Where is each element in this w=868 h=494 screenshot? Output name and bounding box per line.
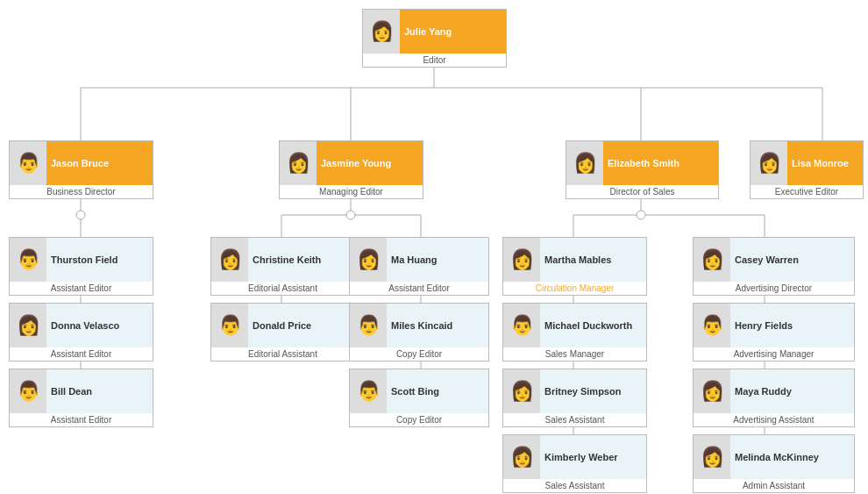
node-ma-huang[interactable]: 👩 Ma Huang Assistant Editor (349, 237, 489, 296)
node-casey-warren[interactable]: 👩 Casey Warren Advertising Director (693, 237, 855, 296)
name-thurston-field: Thurston Field (46, 238, 153, 282)
node-kimberly-weber[interactable]: 👩 Kimberly Weber Sales Assistant (502, 434, 647, 493)
role-kimberly-weber: Sales Assistant (503, 479, 646, 492)
avatar-ma-huang: 👩 (350, 238, 387, 282)
svg-point-30 (637, 211, 645, 219)
name-casey-warren: Casey Warren (730, 238, 854, 282)
role-britney-simpson: Sales Assistant (503, 413, 646, 426)
node-henry-fields[interactable]: 👨 Henry Fields Advertising Manager (693, 303, 855, 362)
node-britney-simpson[interactable]: 👩 Britney Simpson Sales Assistant (502, 369, 647, 427)
node-melinda-mckinney[interactable]: 👩 Melinda McKinney Admin Assistant (693, 434, 855, 493)
name-kimberly-weber: Kimberly Weber (540, 435, 646, 479)
avatar-martha-mables: 👩 (503, 238, 540, 282)
name-martha-mables: Martha Mables (540, 238, 646, 282)
role-donald-price: Editorial Assistant (211, 347, 354, 361)
avatar-miles-kincaid: 👨 (350, 304, 387, 347)
name-julie-yang: Julie Yang (400, 10, 506, 54)
role-jason-bruce: Business Director (10, 185, 153, 198)
node-jason-bruce[interactable]: 👨 Jason Bruce Business Director (9, 140, 153, 199)
avatar-thurston-field: 👨 (10, 238, 46, 282)
avatar-casey-warren: 👩 (694, 238, 730, 282)
avatar-bill-dean: 👨 (10, 369, 46, 413)
role-christine-keith: Editorial Assistant (211, 282, 354, 295)
avatar-henry-fields: 👨 (694, 304, 730, 347)
node-donald-price[interactable]: 👨 Donald Price Editorial Assistant (210, 303, 355, 362)
node-michael-duckworth[interactable]: 👨 Michael Duckworth Sales Manager (502, 303, 647, 362)
avatar-lisa-monroe: 👩 (751, 141, 787, 185)
node-christine-keith[interactable]: 👩 Christine Keith Editorial Assistant (210, 237, 355, 296)
name-henry-fields: Henry Fields (730, 304, 854, 347)
name-jason-bruce: Jason Bruce (46, 141, 153, 185)
avatar-maya-ruddy: 👩 (694, 369, 730, 413)
role-martha-mables: Circulation Manager (503, 282, 646, 295)
role-michael-duckworth: Sales Manager (503, 347, 646, 361)
role-thurston-field: Assistant Editor (10, 282, 153, 295)
node-elizabeth-smith[interactable]: 👩 Elizabeth Smith Director of Sales (566, 140, 719, 199)
avatar-scott-bing: 👨 (350, 369, 387, 413)
node-donna-velasco[interactable]: 👩 Donna Velasco Assistant Editor (9, 303, 153, 362)
node-martha-mables[interactable]: 👩 Martha Mables Circulation Manager (502, 237, 647, 296)
node-scott-bing[interactable]: 👨 Scott Bing Copy Editor (349, 369, 489, 427)
role-jasmine-young: Managing Editor (280, 185, 423, 198)
role-henry-fields: Advertising Manager (694, 347, 854, 361)
node-miles-kincaid[interactable]: 👨 Miles Kincaid Copy Editor (349, 303, 489, 362)
avatar-jasmine-young: 👩 (280, 141, 317, 185)
avatar-britney-simpson: 👩 (503, 369, 540, 413)
role-elizabeth-smith: Director of Sales (566, 185, 718, 198)
role-julie-yang: Editor (363, 54, 506, 67)
name-jasmine-young: Jasmine Young (317, 141, 423, 185)
role-lisa-monroe: Executive Editor (751, 185, 863, 198)
role-melinda-mckinney: Admin Assistant (694, 479, 854, 492)
avatar-donna-velasco: 👩 (10, 304, 46, 347)
role-bill-dean: Assistant Editor (10, 413, 153, 426)
org-chart: 👩 Julie Yang Editor 👨 Jason Bruce Busine… (0, 0, 868, 494)
svg-point-28 (76, 211, 85, 219)
node-julie-yang[interactable]: 👩 Julie Yang Editor (362, 9, 507, 68)
name-elizabeth-smith: Elizabeth Smith (603, 141, 718, 185)
name-donald-price: Donald Price (248, 304, 354, 347)
node-lisa-monroe[interactable]: 👩 Lisa Monroe Executive Editor (750, 140, 864, 199)
role-ma-huang: Assistant Editor (350, 282, 488, 295)
role-donna-velasco: Assistant Editor (10, 347, 153, 361)
role-miles-kincaid: Copy Editor (350, 347, 488, 361)
avatar-julie-yang: 👩 (363, 10, 400, 54)
role-maya-ruddy: Advertising Assistant (694, 413, 854, 426)
name-maya-ruddy: Maya Ruddy (730, 369, 854, 413)
name-christine-keith: Christine Keith (248, 238, 354, 282)
node-bill-dean[interactable]: 👨 Bill Dean Assistant Editor (9, 369, 153, 427)
node-thurston-field[interactable]: 👨 Thurston Field Assistant Editor (9, 237, 153, 296)
role-scott-bing: Copy Editor (350, 413, 488, 426)
node-maya-ruddy[interactable]: 👩 Maya Ruddy Advertising Assistant (693, 369, 855, 427)
node-jasmine-young[interactable]: 👩 Jasmine Young Managing Editor (279, 140, 423, 199)
avatar-christine-keith: 👩 (211, 238, 248, 282)
avatar-donald-price: 👨 (211, 304, 248, 347)
name-ma-huang: Ma Huang (387, 238, 488, 282)
name-donna-velasco: Donna Velasco (46, 304, 153, 347)
avatar-michael-duckworth: 👨 (503, 304, 540, 347)
avatar-melinda-mckinney: 👩 (694, 435, 730, 479)
name-melinda-mckinney: Melinda McKinney (730, 435, 854, 479)
name-scott-bing: Scott Bing (387, 369, 488, 413)
name-britney-simpson: Britney Simpson (540, 369, 646, 413)
name-miles-kincaid: Miles Kincaid (387, 304, 488, 347)
name-michael-duckworth: Michael Duckworth (540, 304, 646, 347)
avatar-elizabeth-smith: 👩 (566, 141, 603, 185)
role-casey-warren: Advertising Director (694, 282, 854, 295)
avatar-kimberly-weber: 👩 (503, 435, 540, 479)
name-lisa-monroe: Lisa Monroe (787, 141, 863, 185)
avatar-jason-bruce: 👨 (10, 141, 46, 185)
svg-point-29 (346, 211, 355, 219)
name-bill-dean: Bill Dean (46, 369, 153, 413)
